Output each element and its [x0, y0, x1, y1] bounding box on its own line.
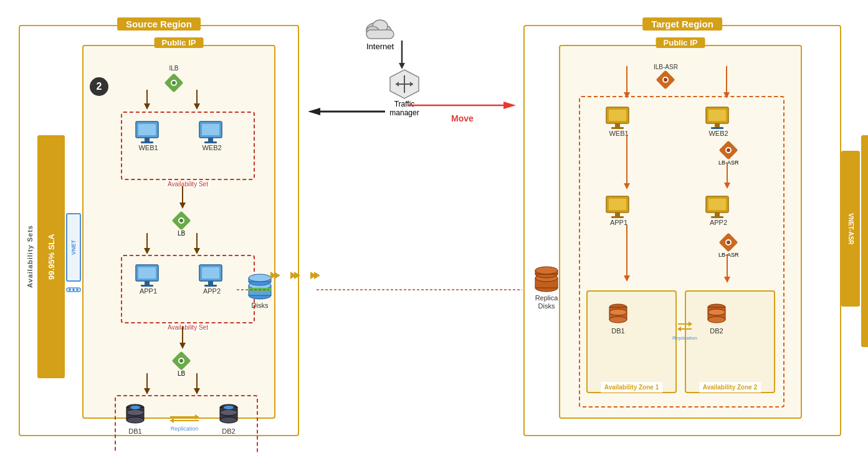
target-inner-dashed: WEB1 WEB2 [579, 96, 785, 408]
svg-point-122 [727, 241, 730, 244]
target-db1-icon: DB1 [605, 301, 631, 335]
svg-point-92 [664, 78, 667, 82]
svg-marker-60 [170, 418, 174, 423]
svg-marker-10 [194, 103, 200, 110]
svg-marker-138 [677, 327, 681, 331]
source-public-ip-label: Public IP [155, 37, 204, 48]
move-label: Move [451, 113, 474, 123]
target-web1-icon: WEB1 [604, 105, 634, 137]
db1-icon: DB1 [122, 401, 148, 435]
avail-zone1-label: Availability Zone 1 [601, 382, 662, 393]
svg-point-133 [708, 317, 725, 323]
target-app2-icon: APP2 [703, 194, 733, 226]
app1-icon: APP1 [133, 262, 163, 295]
source-region-box: Source Region Availability Sets 99.95% S… [19, 25, 299, 436]
svg-rect-35 [204, 285, 217, 287]
arrow-ilb-asr-web2 [722, 66, 731, 100]
svg-rect-115 [611, 216, 624, 218]
svg-point-47 [179, 359, 183, 363]
source-to-replica-line [237, 282, 269, 293]
target-region-label: Target Region [642, 17, 722, 31]
svg-rect-102 [708, 110, 726, 121]
source-region-label: Source Region [117, 17, 201, 31]
svg-marker-85 [294, 272, 300, 279]
svg-point-56 [130, 406, 140, 409]
avail-zone2-box: Availability Zone 2 DB2 [685, 290, 775, 393]
svg-rect-12 [138, 124, 156, 135]
svg-marker-111 [624, 183, 630, 189]
arrow-lbasr-app2 [723, 163, 732, 193]
svg-rect-104 [711, 127, 723, 129]
svg-marker-25 [144, 248, 150, 254]
svg-point-130 [609, 309, 627, 315]
svg-point-23 [179, 219, 183, 222]
svg-rect-114 [615, 212, 620, 216]
arrow-ilb-asr-web1 [622, 66, 631, 100]
svg-marker-94 [624, 92, 630, 98]
avail-set-web: Availability Set WEB1 [121, 112, 255, 180]
svg-point-134 [708, 309, 725, 315]
lb-asr2-icon [719, 233, 738, 252]
svg-rect-34 [208, 281, 213, 285]
svg-marker-109 [724, 183, 730, 189]
svg-point-107 [727, 148, 730, 152]
svg-marker-136 [689, 322, 692, 327]
arrow-lbasr2-db2 [723, 254, 732, 288]
svg-marker-83 [274, 272, 280, 279]
arrow-app1-db1 [622, 225, 631, 287]
lb2-icon [172, 351, 191, 370]
svg-marker-96 [723, 92, 730, 98]
app2-icon: APP2 [197, 262, 227, 295]
svg-marker-124 [624, 275, 630, 282]
svg-point-55 [126, 409, 144, 416]
db2-icon: DB2 [216, 401, 242, 435]
svg-point-2 [72, 288, 75, 291]
svg-marker-81 [503, 102, 516, 109]
svg-marker-27 [194, 248, 200, 254]
ilb-block: ILB [165, 65, 183, 92]
replication-icon: Replication [169, 412, 200, 432]
internet-block: Internet [361, 12, 399, 51]
lb2-block: LB [172, 351, 191, 377]
replica-disks-icon: ReplicaDisks [531, 263, 562, 310]
ilb-icon [165, 74, 183, 92]
svg-point-3 [76, 288, 79, 291]
svg-rect-30 [145, 281, 150, 285]
svg-marker-58 [195, 414, 199, 419]
svg-rect-119 [711, 216, 723, 218]
svg-point-6 [172, 81, 176, 85]
vnet-icon-area: VNET [66, 213, 81, 288]
ilb-asr-block: ILB-ASR [654, 64, 678, 89]
svg-marker-79 [308, 108, 320, 115]
svg-rect-100 [611, 127, 624, 129]
svg-marker-20 [179, 203, 186, 209]
svg-rect-103 [715, 123, 720, 127]
lb1-icon [172, 211, 191, 230]
svg-rect-118 [715, 212, 720, 216]
target-public-ip-label: Public IP [656, 37, 705, 48]
traffic-manager-icon [386, 69, 422, 100]
svg-point-64 [220, 409, 237, 416]
svg-rect-31 [141, 285, 153, 287]
target-web2-icon: WEB2 [703, 105, 733, 137]
lb1-block: LB [172, 211, 191, 237]
vnet-asr-label: VNET-ASR [841, 151, 860, 307]
svg-marker-126 [724, 277, 730, 283]
replica-to-target-line [317, 282, 522, 293]
svg-marker-87 [314, 272, 320, 279]
avail-set-db: Availability Set DB1 [115, 395, 258, 453]
lb-asr1-block: LB-ASR [718, 141, 739, 166]
avail-set-app: Availability Set APP1 [121, 255, 255, 323]
svg-rect-70 [366, 30, 394, 39]
svg-marker-51 [194, 388, 200, 394]
target-public-ip-box: Public IP ILB-ASR [559, 45, 802, 419]
replication-flow [268, 268, 323, 283]
web1-icon: WEB1 [133, 119, 163, 151]
tm-to-source-arrow [305, 105, 386, 121]
internet-label: Internet [366, 42, 394, 51]
cloud-icon [361, 12, 399, 41]
svg-rect-113 [609, 199, 626, 210]
svg-point-1 [69, 288, 71, 291]
svg-marker-49 [144, 388, 150, 394]
target-region-box: Target Region VNET-ASR Availability Zone… [523, 25, 841, 436]
